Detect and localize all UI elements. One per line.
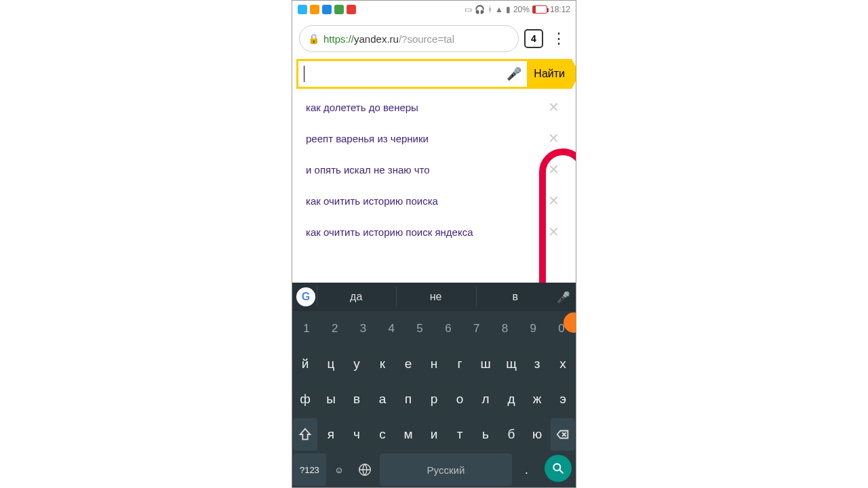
key[interactable]: ь (473, 418, 498, 451)
suggestion-item[interactable]: как очитить историю поиск яндекса ✕ (296, 216, 572, 247)
key[interactable]: у (344, 348, 369, 380)
suggestion-item[interactable]: как долететь до венеры ✕ (296, 92, 572, 123)
search-button[interactable]: Найти (527, 59, 572, 89)
notif-icon-1 (298, 5, 307, 14)
signal-icon: ▮ (506, 5, 511, 14)
key[interactable]: 7 (463, 312, 490, 345)
key[interactable]: 3 (350, 312, 377, 345)
menu-button[interactable]: ⋮ (549, 30, 569, 47)
tabs-button[interactable]: 4 (524, 29, 543, 48)
key[interactable]: д (499, 383, 524, 415)
browser-toolbar: 🔒 https://yandex.ru/?source=tal 4 ⋮ (292, 18, 576, 56)
kbd-suggestion[interactable]: да (317, 287, 395, 306)
wifi-icon: ▲ (495, 5, 503, 14)
remove-suggestion-icon[interactable]: ✕ (545, 130, 562, 146)
kbd-row-bottom: ?123 ☺ Русский . (292, 452, 576, 487)
kbd-row-numbers: 1 2 3 4 5 6 7 8 9 0 (292, 311, 576, 346)
key[interactable]: е (396, 348, 420, 380)
emoji-key[interactable]: ☺ (328, 453, 351, 486)
key[interactable]: о (448, 383, 472, 415)
key[interactable]: н (422, 348, 446, 380)
remove-suggestion-icon[interactable]: ✕ (545, 161, 562, 178)
headphones-icon: 🎧 (475, 5, 485, 14)
key[interactable]: й (293, 348, 317, 380)
suggestion-item[interactable]: и опять искал не знаю что ✕ (296, 154, 572, 185)
google-logo-icon[interactable]: G (296, 287, 315, 306)
kbd-row-3: я ч с м и т ь б ю (292, 417, 576, 452)
backspace-key[interactable] (551, 418, 575, 451)
suggestion-item[interactable]: реепт варенья из черники ✕ (296, 123, 572, 154)
key[interactable]: с (370, 418, 395, 451)
key[interactable]: 8 (492, 312, 519, 345)
shift-key[interactable] (293, 418, 317, 451)
notif-icon-5 (347, 5, 356, 14)
language-key[interactable] (352, 453, 378, 486)
key[interactable]: х (551, 348, 575, 380)
text-cursor (304, 66, 304, 82)
key[interactable]: ч (344, 418, 369, 451)
dot-key[interactable]: . (513, 453, 540, 486)
notif-icon-3 (322, 5, 332, 14)
key[interactable]: ф (293, 383, 317, 415)
status-left-icons (298, 5, 356, 14)
search-input[interactable]: 🎤 (296, 59, 527, 89)
key[interactable]: э (551, 383, 575, 415)
remove-suggestion-icon[interactable]: ✕ (545, 192, 562, 209)
lock-icon: 🔒 (308, 33, 319, 44)
key[interactable]: к (370, 348, 395, 380)
url-text: https://yandex.ru/?source=tal (323, 33, 454, 45)
search-area: 🎤 Найти как долететь до венеры ✕ реепт в… (292, 56, 576, 250)
key[interactable]: з (525, 348, 549, 380)
key[interactable]: 2 (321, 312, 349, 345)
suggestion-item[interactable]: как очитить историю поиска ✕ (296, 185, 572, 216)
url-bar[interactable]: 🔒 https://yandex.ru/?source=tal (299, 25, 519, 52)
keyboard-suggestion-row: G да не в 🎤 (292, 283, 576, 311)
key[interactable]: в (344, 383, 369, 415)
key[interactable]: ю (525, 418, 549, 451)
remove-suggestion-icon[interactable]: ✕ (545, 99, 562, 115)
kbd-suggestion[interactable]: не (396, 287, 474, 306)
key[interactable]: ц (319, 348, 343, 380)
key[interactable]: л (473, 383, 498, 415)
search-key[interactable] (545, 455, 572, 482)
kbd-suggestion[interactable]: в (476, 287, 554, 306)
phone-frame: ▭ 🎧 ᚼ ▲ ▮ 20% 18:12 🔒 https://yandex.ru/… (292, 0, 576, 488)
key[interactable]: б (499, 418, 524, 451)
kbd-row-2: ф ы в а п р о л д ж э (292, 382, 576, 417)
suggestions-list: как долететь до венеры ✕ реепт варенья и… (296, 89, 572, 250)
notif-icon-2 (310, 5, 319, 14)
kbd-row-1: й ц у к е н г ш щ з х (292, 346, 576, 382)
status-bar: ▭ 🎧 ᚼ ▲ ▮ 20% 18:12 (292, 1, 576, 18)
key[interactable]: 5 (406, 312, 433, 345)
space-key[interactable]: Русский (380, 453, 512, 486)
kbd-mic-icon[interactable]: 🎤 (555, 291, 572, 304)
notif-icon-4 (334, 5, 344, 14)
key[interactable]: 1 (293, 312, 320, 345)
key[interactable]: и (422, 418, 446, 451)
key[interactable]: т (448, 418, 472, 451)
battery-pct: 20% (513, 5, 530, 14)
keyboard: G да не в 🎤 1 2 3 4 5 6 7 8 9 0 й ц у к … (292, 283, 576, 487)
key[interactable]: ж (525, 383, 549, 415)
key[interactable]: р (422, 383, 446, 415)
key[interactable]: ы (319, 383, 343, 415)
key[interactable]: а (370, 383, 395, 415)
key[interactable]: щ (499, 348, 524, 380)
key[interactable]: я (319, 418, 343, 451)
bluetooth-icon: ᚼ (488, 5, 492, 14)
mic-icon[interactable]: 🎤 (507, 66, 521, 81)
vibrate-icon: ▭ (465, 5, 472, 14)
svg-point-1 (553, 464, 560, 470)
remove-suggestion-icon[interactable]: ✕ (545, 224, 562, 240)
symbols-key[interactable]: ?123 (293, 453, 326, 486)
battery-icon (532, 5, 547, 14)
clock: 18:12 (550, 5, 570, 14)
key[interactable]: г (448, 348, 472, 380)
key[interactable]: 6 (435, 312, 462, 345)
key[interactable]: 9 (519, 312, 547, 345)
key[interactable]: ш (473, 348, 498, 380)
key[interactable]: м (396, 418, 420, 451)
key[interactable]: 4 (378, 312, 405, 345)
key[interactable]: п (396, 383, 420, 415)
